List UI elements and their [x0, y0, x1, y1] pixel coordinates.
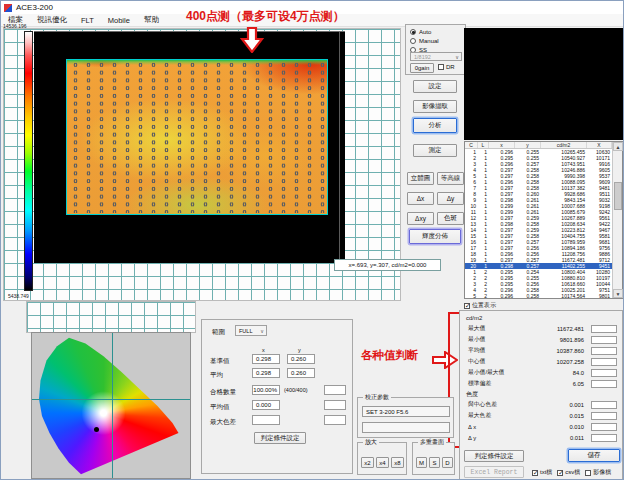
dr-checkbox[interactable]: DR	[438, 64, 455, 70]
stat-label: 標準偏差	[468, 379, 534, 388]
annotation-points-note: 400点测（最多可设4万点测）	[186, 8, 345, 25]
range-panel: 範圍 FULL∨ x y 基準值 0.298 0.260 平均 0.298 0.…	[201, 319, 353, 474]
settings-button[interactable]: 設定	[413, 80, 457, 93]
position-display-checkbox[interactable]: 位置表示	[464, 301, 496, 310]
stats-section-title: cd/m2	[463, 313, 621, 323]
stat-label: Δ x	[468, 424, 534, 430]
pass-count-note: (400/400)	[284, 387, 308, 393]
stat-label: 平均值	[468, 346, 534, 355]
pass-count-label: 合格數量	[210, 388, 236, 397]
stat-value: 84.0	[534, 370, 584, 376]
dr-checkbox-box	[438, 64, 444, 70]
save-button[interactable]: 儲存	[568, 449, 620, 462]
average-label: 平均	[210, 371, 223, 380]
multiscreen-button-S[interactable]: S	[429, 457, 440, 468]
calibration-value2-field[interactable]	[362, 422, 450, 433]
stat-row: Δ y0.011	[463, 432, 621, 443]
judge-result-box	[591, 423, 617, 431]
stat-label: 最大值	[468, 324, 534, 333]
image-capture-button[interactable]: 影像擷取	[413, 100, 457, 113]
stat-value: 10387.860	[534, 348, 584, 354]
capture-mode-group: AutoManualSS 1/8192∨ 0gain DR	[405, 24, 466, 75]
luminance-distribution-button[interactable]: 輝度分佈	[409, 229, 461, 244]
camera-preview	[464, 28, 623, 140]
export-checkbox[interactable]: 影像檔	[585, 468, 611, 477]
color-scale-bar	[24, 31, 33, 291]
zoom-button-x4[interactable]: x4	[376, 457, 389, 468]
range-select[interactable]: FULL∨	[235, 325, 267, 336]
position-display-checkbox-box	[464, 303, 470, 309]
multiscreen-button-D[interactable]: D	[442, 457, 453, 468]
export-checkbox[interactable]: txt檔	[532, 468, 552, 477]
stereo-button[interactable]: 立體圖	[407, 172, 434, 185]
reference-label: 基準值	[210, 357, 230, 366]
shutter-select[interactable]: 1/8192∨	[410, 52, 462, 61]
stat-row: 平均值10387.860	[463, 345, 621, 356]
col-y-label: y	[298, 347, 301, 353]
cie-crosshair-horizontal	[32, 399, 190, 400]
mean-field[interactable]: 0.000	[252, 400, 280, 410]
luminance-heatmap[interactable]	[66, 59, 328, 215]
menu-item[interactable]: 視訊優化	[30, 15, 74, 25]
scroll-down-icon[interactable]: ▼	[613, 289, 623, 298]
zoom-button-x2[interactable]: x2	[361, 457, 374, 468]
zoom-button-x8[interactable]: x8	[391, 457, 404, 468]
mura-button[interactable]: 色斑	[437, 212, 464, 225]
max-color-diff-field[interactable]	[252, 415, 280, 425]
cie-diagram[interactable]	[31, 332, 191, 479]
reference-x-field[interactable]: 0.298	[252, 354, 280, 364]
judge-condition-settings-button[interactable]: 判定條件設定	[254, 432, 306, 444]
annotation-judge-note: 各种值判断	[361, 348, 419, 363]
analyze-button[interactable]: 分析	[413, 118, 457, 133]
stat-value: 0.015	[534, 413, 584, 419]
statistics-panel: cd/m2最大值11672.481最小值9801.896平均值10387.860…	[459, 310, 623, 480]
measure-button[interactable]: 測定	[413, 144, 457, 157]
menu-item[interactable]: FLT	[74, 16, 101, 25]
stat-row: 與中心色差0.001	[463, 399, 621, 410]
menu-item[interactable]: 幫助	[137, 15, 166, 25]
delta-x-button[interactable]: Δx	[407, 192, 434, 205]
delta-y-button[interactable]: Δy	[437, 192, 464, 205]
gain-button[interactable]: 0gain	[410, 63, 434, 73]
cursor-status: x=.693, y=.307, cd/m2=0.000	[334, 259, 441, 271]
export-checkbox[interactable]: csv檔	[557, 468, 580, 477]
stat-row: 最小值9801.896	[463, 334, 621, 345]
chevron-down-icon: ∨	[455, 54, 461, 60]
judge-result-box	[591, 434, 617, 442]
canvas-edge-line	[339, 32, 340, 263]
delta-xy-button[interactable]: Δxy	[407, 212, 434, 225]
table-row[interactable]: 520.2960.25810174.5649801	[465, 293, 622, 299]
judge-result-box	[591, 325, 617, 333]
table-header-cell: L	[478, 142, 489, 148]
average-x-field[interactable]: 0.298	[252, 368, 280, 378]
stat-value: 0.010	[534, 424, 584, 430]
measurement-canvas[interactable]	[34, 31, 345, 263]
calibration-value-field[interactable]: SET 3-200 F5.6	[362, 406, 450, 417]
capture-mode-radio[interactable]: Auto	[410, 28, 465, 36]
scroll-up-icon[interactable]: ▲	[613, 142, 623, 151]
multiscreen-button-M[interactable]: M	[416, 457, 427, 468]
stat-row: 標準偏差6.05	[463, 378, 621, 389]
contour-button[interactable]: 等高線	[437, 172, 464, 185]
max-color-diff-label: 最大色差	[210, 418, 236, 427]
results-table-body: 110.2960.25510265.45510630210.2950.25510…	[465, 149, 622, 299]
reference-y-field[interactable]: 0.260	[287, 354, 315, 364]
table-header-cell: X	[587, 142, 612, 148]
average-y-field[interactable]: 0.260	[287, 368, 315, 378]
multiscreen-title: 多重畫面	[418, 438, 446, 447]
capture-mode-radio[interactable]: Manual	[410, 37, 465, 45]
scrollbar-thumb[interactable]	[614, 182, 622, 210]
stat-row: 最大色差0.015	[463, 410, 621, 421]
stat-value: 0.011	[534, 435, 584, 441]
stats-section-title: 色度	[463, 389, 621, 399]
excel-report-button[interactable]: Excel Report	[464, 466, 524, 478]
judge-result-box	[591, 401, 617, 409]
stat-label: 最小值	[468, 335, 534, 344]
table-header-cell: cd/m2	[541, 142, 587, 148]
judge-condition-button[interactable]: 判定條件設定	[464, 450, 524, 462]
judge-result-box	[324, 400, 346, 410]
app-window: ACE3-200 檔案視訊優化FLTMobile幫助 14536.196 543…	[0, 0, 624, 480]
menu-item[interactable]: Mobile	[101, 16, 137, 25]
annotation-arrow-right-icon	[432, 351, 458, 369]
table-scrollbar[interactable]: ▲ ▼	[612, 142, 622, 298]
